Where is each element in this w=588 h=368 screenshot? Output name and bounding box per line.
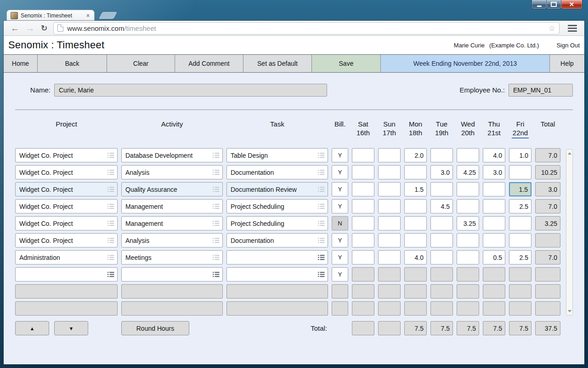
list-icon[interactable] — [318, 152, 325, 158]
back-button[interactable]: Back — [38, 55, 107, 72]
round-hours-button[interactable]: Round Hours — [121, 321, 189, 335]
row-3-day-1-cell[interactable] — [352, 182, 374, 196]
row-7-task-field[interactable] — [226, 250, 328, 264]
row-7-day-5-cell[interactable] — [457, 250, 479, 264]
row-5-day-2-cell[interactable] — [378, 216, 401, 230]
row-7-day-1-cell[interactable] — [352, 250, 374, 264]
browser-tab[interactable]: Senomix : Timesheet × — [6, 10, 95, 21]
row-4-day-4-cell[interactable]: 4.5 — [430, 199, 453, 213]
row-5-day-4-cell[interactable] — [430, 216, 453, 230]
grid-scrollbar[interactable] — [566, 149, 573, 316]
browser-menu-icon[interactable] — [568, 25, 577, 32]
list-icon[interactable] — [318, 169, 325, 175]
list-icon[interactable] — [213, 220, 220, 226]
row-7-activity-field[interactable]: Meetings — [121, 250, 223, 264]
row-1-day-6-cell[interactable]: 4.0 — [483, 148, 505, 162]
list-icon[interactable] — [213, 152, 220, 158]
list-icon[interactable] — [107, 220, 114, 226]
row-3-task-field[interactable]: Documentation Review — [226, 182, 328, 196]
list-icon[interactable] — [213, 169, 220, 175]
list-icon[interactable] — [107, 152, 114, 158]
row-4-day-7-cell[interactable]: 2.5 — [509, 199, 531, 213]
row-1-billable-cell[interactable]: Y — [332, 148, 348, 162]
list-icon[interactable] — [318, 186, 325, 192]
row-3-project-field[interactable]: Widget Co. Project — [15, 182, 118, 196]
url-text[interactable]: www.senomix.com/timesheet — [67, 24, 156, 32]
row-8-billable-cell[interactable]: Y — [332, 267, 348, 282]
row-4-activity-field[interactable]: Management — [121, 199, 223, 213]
row-7-day-2-cell[interactable] — [378, 250, 401, 264]
list-icon[interactable] — [213, 186, 220, 192]
new-tab-button[interactable] — [99, 12, 117, 19]
row-1-day-7-cell[interactable]: 1.0 — [509, 148, 531, 162]
tab-close-icon[interactable]: × — [85, 12, 90, 19]
row-1-day-5-cell[interactable] — [457, 148, 479, 162]
row-4-day-5-cell[interactable] — [457, 199, 479, 213]
row-1-day-3-cell[interactable]: 2.0 — [404, 148, 427, 162]
maximize-button[interactable] — [546, 0, 561, 9]
row-3-activity-field[interactable]: Quality Assurance — [121, 182, 223, 196]
row-6-day-4-cell[interactable] — [430, 233, 453, 247]
row-3-day-5-cell[interactable] — [457, 182, 479, 196]
row-3-day-2-cell[interactable] — [378, 182, 401, 196]
row-3-billable-cell[interactable]: Y — [332, 182, 348, 196]
row-2-day-7-cell[interactable] — [509, 165, 531, 179]
clear-button[interactable]: Clear — [107, 55, 175, 72]
row-6-activity-field[interactable]: Analysis — [121, 233, 223, 247]
reload-icon[interactable]: ↻ — [41, 24, 47, 32]
row-1-project-field[interactable]: Widget Co. Project — [15, 148, 118, 162]
row-6-project-field[interactable]: Widget Co. Project — [15, 233, 118, 247]
list-icon[interactable] — [213, 237, 220, 243]
row-5-task-field[interactable]: Project Scheduling — [226, 216, 328, 230]
row-2-day-2-cell[interactable] — [378, 165, 401, 179]
list-icon[interactable] — [107, 169, 114, 175]
sign-out-link[interactable]: Sign Out — [556, 42, 580, 49]
row-3-day-3-cell[interactable]: 1.5 — [404, 182, 427, 196]
row-5-day-5-cell[interactable]: 3.25 — [457, 216, 479, 230]
row-8-activity-field[interactable] — [121, 267, 223, 282]
row-4-day-3-cell[interactable] — [404, 199, 427, 213]
row-5-day-7-cell[interactable] — [509, 216, 531, 230]
list-icon[interactable] — [318, 220, 325, 226]
row-5-day-6-cell[interactable] — [483, 216, 505, 230]
list-icon[interactable] — [107, 203, 114, 209]
row-6-day-3-cell[interactable] — [404, 233, 427, 247]
row-4-task-field[interactable]: Project Scheduling — [226, 199, 328, 213]
row-1-day-2-cell[interactable] — [378, 148, 401, 162]
help-button[interactable]: Help — [550, 55, 584, 72]
row-5-project-field[interactable]: Widget Co. Project — [15, 216, 118, 230]
row-3-day-4-cell[interactable] — [430, 182, 453, 196]
row-5-day-1-cell[interactable] — [352, 216, 374, 230]
row-7-project-field[interactable]: Administration — [15, 250, 118, 264]
row-2-day-5-cell[interactable]: 4.25 — [457, 165, 479, 179]
row-1-day-1-cell[interactable] — [352, 148, 374, 162]
move-row-up-button[interactable]: ▲ — [15, 321, 49, 335]
row-7-day-3-cell[interactable]: 4.0 — [404, 250, 427, 264]
row-2-activity-field[interactable]: Analysis — [121, 165, 223, 179]
bookmark-star-icon[interactable]: ☆ — [548, 24, 555, 32]
row-6-day-5-cell[interactable] — [457, 233, 479, 247]
row-2-day-6-cell[interactable]: 3.0 — [483, 165, 505, 179]
row-2-day-4-cell[interactable]: 3.0 — [430, 165, 453, 179]
back-icon[interactable]: ← — [11, 24, 19, 33]
minimize-button[interactable] — [531, 0, 547, 9]
list-icon[interactable] — [318, 203, 325, 209]
list-icon[interactable] — [318, 237, 325, 243]
scroll-up-icon[interactable] — [568, 152, 571, 155]
list-icon[interactable] — [213, 203, 220, 209]
forward-icon[interactable]: → — [26, 24, 34, 33]
set-as-default-button[interactable]: Set as Default — [243, 55, 312, 72]
row-6-day-1-cell[interactable] — [352, 233, 374, 247]
row-7-day-7-cell[interactable]: 2.5 — [509, 250, 531, 264]
row-3-day-7-cell[interactable]: 1.5 — [509, 182, 531, 196]
row-3-day-6-cell[interactable] — [483, 182, 505, 196]
row-2-day-3-cell[interactable] — [404, 165, 427, 179]
row-7-billable-cell[interactable]: Y — [332, 250, 348, 264]
row-2-billable-cell[interactable]: Y — [332, 165, 348, 179]
row-1-task-field[interactable]: Table Design — [226, 148, 328, 162]
url-bar[interactable]: www.senomix.com/timesheet ☆ — [53, 22, 560, 34]
close-button[interactable]: ✕ — [561, 0, 582, 9]
row-4-day-1-cell[interactable] — [352, 199, 374, 213]
row-5-activity-field[interactable]: Management — [121, 216, 223, 230]
list-icon[interactable] — [213, 254, 220, 260]
